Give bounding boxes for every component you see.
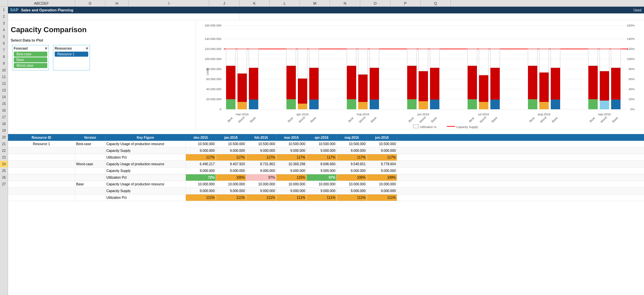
- r19-maj: 10.500.000: [337, 141, 367, 147]
- resource1-button[interactable]: Resource 1: [55, 52, 88, 57]
- r22-mar: 10.369.298: [276, 161, 307, 167]
- row-num-3: 3: [0, 20, 8, 27]
- svg-text:Best: Best: [347, 116, 354, 123]
- svg-text:Base: Base: [611, 116, 619, 123]
- row-num-14: 14: [0, 94, 8, 101]
- best-case-button[interactable]: Best-case: [14, 52, 47, 57]
- cell-r2: [8, 13, 239, 20]
- row-num-1: 1: [0, 7, 8, 13]
- svg-text:maj-2016: maj-2016: [357, 113, 369, 116]
- r23-apr: 9.000.000: [307, 168, 337, 174]
- svg-text:Base: Base: [430, 116, 438, 123]
- r23-dec: 9.000.000: [186, 168, 216, 174]
- svg-rect-76: [551, 49, 560, 68]
- r20-resource: [8, 148, 75, 154]
- sap-logo: SAP: [10, 8, 18, 12]
- r21-mar: 117%: [276, 154, 307, 161]
- svg-text:20%: 20%: [629, 98, 635, 101]
- r20-apr: 9.000.000: [307, 148, 337, 154]
- svg-rect-37: [309, 68, 319, 100]
- col-header-g: G: [75, 0, 105, 6]
- th-feb2016: feb-2016: [246, 134, 276, 141]
- row-num-22: 22: [0, 148, 8, 154]
- svg-rect-75: [539, 49, 549, 72]
- subtitle-area: Select Data to Plot: [11, 38, 193, 42]
- r19-apr: 10.500.000: [307, 141, 337, 147]
- row-num-5: 5: [0, 34, 8, 40]
- row-num-26: 26: [0, 174, 8, 181]
- svg-text:Worst: Worst: [539, 116, 547, 124]
- sap-header-row: SAP Sales and Operation Planning Used: [8, 7, 644, 13]
- svg-text:Units: Units: [206, 68, 209, 75]
- svg-text:60.000.000: 60.000.000: [206, 77, 221, 81]
- r25-jun: 10.000.000: [367, 181, 397, 187]
- r26-jan: 9.000.000: [216, 188, 246, 194]
- r24-jun: 109%: [367, 174, 397, 181]
- bar-mar-worst-bot: [237, 73, 247, 102]
- row-num-4: 4: [0, 27, 8, 34]
- svg-text:mar-2016: mar-2016: [236, 113, 249, 116]
- svg-text:Utilization %: Utilization %: [420, 125, 437, 129]
- svg-text:Best: Best: [287, 116, 294, 123]
- resources-icon[interactable]: ✕: [86, 47, 88, 50]
- r19-version: Best-case: [75, 141, 105, 147]
- col-header-p: P: [390, 0, 421, 6]
- svg-text:Best: Best: [468, 116, 475, 123]
- row-19: Resource 1 Best-case Capacity Usage of p…: [8, 141, 644, 148]
- r27-jan: 111%: [216, 194, 246, 201]
- svg-text:Base: Base: [249, 116, 257, 123]
- r27-jun: 111%: [367, 194, 397, 201]
- r23-jan: 9.000.000: [216, 168, 246, 174]
- r24-maj: 106%: [337, 174, 367, 181]
- svg-text:Best: Best: [529, 116, 535, 123]
- svg-text:140.000.000: 140.000.000: [205, 37, 221, 41]
- forecast-label: Forecast: [14, 47, 28, 50]
- svg-rect-51: [407, 66, 417, 99]
- r25-maj: 10.000.000: [337, 181, 367, 187]
- worst-case-button[interactable]: Worst-case: [14, 63, 47, 68]
- col-header-j: J: [209, 0, 239, 6]
- r27-apr: 111%: [307, 194, 337, 201]
- svg-rect-40: [309, 49, 319, 68]
- row-num-11: 11: [0, 74, 8, 80]
- svg-text:aug-2016: aug-2016: [538, 113, 550, 116]
- r25-version: Base: [75, 181, 105, 187]
- svg-rect-42: [347, 66, 356, 99]
- th-apr2016: apr-2016: [307, 134, 337, 141]
- svg-text:160.000.000: 160.000.000: [205, 24, 221, 27]
- used-label: Used: [634, 8, 644, 12]
- row-num-7: 7: [0, 47, 8, 54]
- base-button[interactable]: Base: [14, 57, 47, 62]
- forecast-icon[interactable]: ✕: [45, 47, 47, 50]
- r22-jan: 9.407.920: [216, 161, 246, 167]
- row-num-20: 20: [0, 134, 8, 141]
- svg-text:apr-2016: apr-2016: [297, 113, 309, 116]
- r23-resource: [8, 168, 75, 174]
- col-header-i: I: [129, 0, 209, 6]
- row-num-27: 27: [0, 181, 8, 188]
- svg-text:Worst: Worst: [358, 116, 366, 124]
- svg-text:120%: 120%: [627, 47, 635, 51]
- r27-resource: [8, 194, 75, 201]
- svg-text:Worst: Worst: [479, 116, 487, 124]
- row-num-10: 10: [0, 67, 8, 74]
- svg-text:Best: Best: [589, 116, 596, 123]
- r23-feb: 9.000.000: [246, 168, 276, 174]
- row-num-8: 8: [0, 54, 8, 60]
- svg-rect-78: [588, 66, 598, 99]
- svg-rect-35: [298, 78, 307, 104]
- row-num-15: 15: [0, 101, 8, 107]
- svg-rect-73: [551, 68, 560, 100]
- r20-jun: 9.000.000: [367, 148, 397, 154]
- r26-mar: 9.000.000: [276, 188, 307, 194]
- svg-text:160%: 160%: [627, 24, 635, 27]
- r24-dec: 72%: [186, 174, 216, 181]
- r19-mar: 10.500.000: [276, 141, 307, 147]
- col-header-o: O: [360, 0, 390, 6]
- r20-maj: 9.000.000: [337, 148, 367, 154]
- r24-keyfigure: Utilization Pct: [105, 174, 186, 181]
- th-dec2015: dec-2015: [186, 134, 216, 141]
- svg-text:Worst: Worst: [419, 116, 427, 124]
- r21-resource: [8, 154, 75, 161]
- table-header-row: Resource ID Version Key Figure dec-2015 …: [8, 134, 644, 141]
